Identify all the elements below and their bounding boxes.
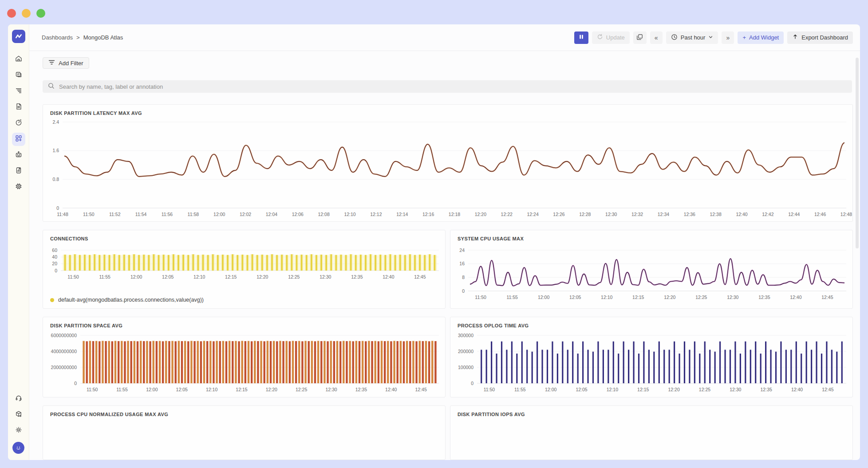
svg-text:12:04: 12:04 — [266, 212, 277, 217]
dashboards-icon — [15, 134, 23, 144]
zoom-window-button[interactable] — [36, 9, 45, 18]
add-filter-button[interactable]: Add Filter — [43, 57, 89, 69]
svg-text:12:00: 12:00 — [213, 212, 225, 217]
export-dashboard-button[interactable]: Export Dashboard — [787, 31, 853, 44]
svg-text:0: 0 — [471, 381, 473, 386]
svg-text:12:34: 12:34 — [658, 212, 669, 217]
time-jump-forward-button[interactable]: » — [722, 31, 734, 44]
vertical-scrollbar-thumb[interactable] — [856, 58, 859, 248]
sidebar — [8, 24, 29, 460]
svg-text:8: 8 — [462, 275, 465, 280]
panel-system-cpu-usage: SYSTEM CPU USAGE MAX 24168011:5011:5512:… — [450, 230, 853, 309]
close-window-button[interactable] — [7, 9, 16, 18]
svg-text:12:20: 12:20 — [475, 212, 486, 217]
svg-text:12:46: 12:46 — [814, 212, 826, 217]
panel-title: DISK PARTITION LATENCY MAX AVG — [43, 105, 852, 116]
sidebar-item-support[interactable] — [12, 392, 25, 405]
panel-disk-partition-latency: DISK PARTITION LATENCY MAX AVG 2.41.60.8… — [43, 104, 853, 222]
svg-text:12:30: 12:30 — [730, 387, 741, 392]
disk-partition-space-chart[interactable]: 600000000040000000002000000000011:5011:5… — [43, 331, 445, 394]
svg-text:11:50: 11:50 — [475, 295, 486, 300]
sidebar-item-chip[interactable] — [12, 181, 25, 194]
svg-text:12:45: 12:45 — [822, 387, 833, 392]
time-jump-back-button[interactable]: « — [650, 31, 663, 44]
svg-text:20: 20 — [52, 261, 57, 266]
refresh-icon — [597, 34, 603, 41]
svg-text:12:14: 12:14 — [396, 212, 408, 217]
svg-text:12:44: 12:44 — [788, 212, 800, 217]
svg-text:6000000000: 6000000000 — [51, 333, 77, 338]
dashboard-content: Add Filter DISK PARTITION LATENCY MAX AV… — [29, 51, 860, 460]
svg-text:11:50: 11:50 — [67, 274, 79, 279]
user-avatar[interactable] — [12, 442, 24, 454]
legend-label: default-avg(mongodbatlas.process.connect… — [58, 297, 204, 303]
svg-text:11:52: 11:52 — [109, 212, 121, 217]
system-cpu-usage-chart[interactable]: 24168011:5011:5512:0012:0512:1012:1512:2… — [450, 246, 852, 302]
signoz-logo[interactable] — [12, 30, 25, 43]
svg-text:12:08: 12:08 — [318, 212, 330, 217]
breadcrumb-root[interactable]: Dashboards — [42, 34, 73, 41]
search-icon — [48, 83, 55, 91]
alerts-gauge-icon — [15, 118, 23, 128]
time-range-selector[interactable]: Past hour — [666, 31, 718, 44]
svg-text:0.8: 0.8 — [52, 177, 59, 182]
svg-text:12:15: 12:15 — [637, 387, 649, 392]
svg-text:12:10: 12:10 — [206, 387, 217, 392]
sidebar-item-settings[interactable] — [12, 424, 25, 437]
svg-text:0: 0 — [74, 381, 77, 386]
svg-text:12:42: 12:42 — [762, 212, 773, 217]
svg-text:12:40: 12:40 — [385, 387, 397, 392]
svg-text:11:54: 11:54 — [135, 212, 147, 217]
sidebar-item-services[interactable] — [12, 69, 25, 82]
sidebar-item-dashboards[interactable] — [12, 133, 25, 146]
svg-text:12:30: 12:30 — [605, 212, 617, 217]
svg-text:60: 60 — [52, 248, 57, 253]
disk-partition-latency-chart[interactable]: 2.41.60.8011:4811:5011:5211:5411:5611:58… — [43, 118, 852, 219]
svg-text:11:55: 11:55 — [506, 295, 518, 300]
svg-text:12:40: 12:40 — [791, 387, 803, 392]
svg-text:12:20: 12:20 — [668, 387, 679, 392]
sidebar-item-infra-monitoring[interactable] — [12, 165, 25, 178]
sidebar-item-alerts[interactable] — [12, 117, 25, 130]
sidebar-item-messaging-queues[interactable] — [12, 149, 25, 162]
sidebar-item-integrations[interactable] — [12, 408, 25, 421]
svg-text:12:40: 12:40 — [383, 274, 394, 279]
clock-icon — [671, 34, 678, 42]
svg-text:12:00: 12:00 — [146, 387, 158, 392]
sidebar-item-logs[interactable] — [12, 101, 25, 114]
add-widget-button[interactable]: + Add Widget — [738, 31, 784, 44]
svg-text:12:25: 12:25 — [296, 387, 307, 392]
svg-text:12:05: 12:05 — [162, 274, 174, 279]
search-input[interactable] — [59, 83, 847, 90]
svg-text:2000000000: 2000000000 — [51, 365, 77, 370]
svg-text:12:40: 12:40 — [736, 212, 747, 217]
svg-text:12:24: 12:24 — [527, 212, 538, 217]
svg-text:4000000000: 4000000000 — [51, 349, 77, 354]
panel-title: SYSTEM CPU USAGE MAX — [450, 230, 852, 241]
support-headset-icon — [15, 394, 23, 404]
svg-text:11:48: 11:48 — [57, 212, 68, 217]
svg-text:12:35: 12:35 — [351, 274, 363, 279]
connections-chart[interactable]: 604020011:5011:5512:0012:0512:1012:1512:… — [43, 246, 445, 281]
pause-refresh-button[interactable] — [574, 31, 588, 44]
panel-title: DISK PARTITION IOPS AVG — [450, 406, 852, 417]
copy-dashboard-button[interactable] — [633, 31, 647, 44]
svg-text:12:05: 12:05 — [576, 387, 587, 392]
pause-icon — [579, 34, 584, 41]
process-oplog-time-chart[interactable]: 300000200000100000011:5011:5512:0012:051… — [450, 331, 852, 394]
chart-legend[interactable]: default-avg(mongodbatlas.process.connect… — [50, 297, 445, 303]
svg-text:12:06: 12:06 — [292, 212, 304, 217]
dashboard-header: Dashboards > MongoDB Atlas Update « — [29, 24, 860, 51]
svg-text:12:28: 12:28 — [579, 212, 591, 217]
svg-text:12:35: 12:35 — [355, 387, 367, 392]
sidebar-item-home[interactable] — [12, 53, 25, 66]
svg-text:1.6: 1.6 — [52, 148, 59, 153]
svg-text:12:02: 12:02 — [240, 212, 251, 217]
svg-text:12:18: 12:18 — [449, 212, 460, 217]
svg-text:11:56: 11:56 — [162, 212, 173, 217]
svg-text:12:30: 12:30 — [320, 274, 331, 279]
sidebar-item-traces[interactable] — [12, 85, 25, 98]
minimize-window-button[interactable] — [22, 9, 31, 18]
update-button[interactable]: Update — [592, 31, 630, 44]
panel-disk-partition-space: DISK PARTITION SPACE AVG 600000000040000… — [43, 317, 446, 397]
